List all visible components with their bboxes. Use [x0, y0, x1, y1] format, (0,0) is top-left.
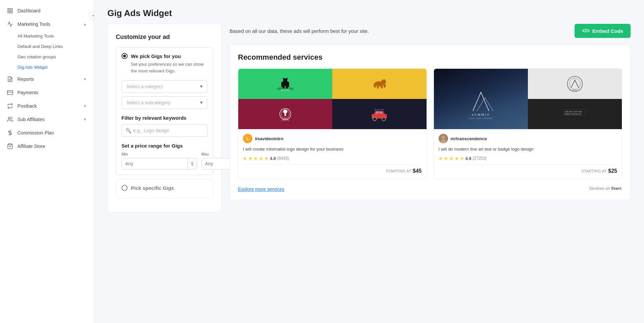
service-info-1: L lisavideointro I will create minimalis…: [238, 129, 427, 179]
sidebar-item-affiliate-store[interactable]: Affiliate Store: [0, 140, 94, 153]
sidebar-item-postback[interactable]: Postback ▼: [0, 99, 94, 113]
subcategory-select-wrapper: Select a subcategory ▼: [121, 96, 207, 109]
star2-1: ★: [439, 156, 443, 161]
svg-text:CONSULTING: CONSULTING: [281, 120, 289, 121]
search-icon: 🔍: [126, 128, 131, 133]
starting-at-2: STARTING AT: [582, 169, 607, 173]
category-select[interactable]: Select a category: [121, 80, 207, 93]
keyword-input-wrap: 🔍: [121, 124, 207, 137]
sidebar-item-all-marketing-tools[interactable]: All Marketing Tools: [0, 31, 94, 41]
service-img-car: BLUE TUB: [332, 99, 426, 129]
option-pick-specific-label: Pick specific Gigs: [131, 185, 174, 191]
sidebar-item-payments[interactable]: Payments: [0, 86, 94, 99]
sidebar-label-postback: Postback: [17, 103, 37, 109]
sidebar-nav: Dashboard Marketing Tools ▲ All Marketin…: [0, 0, 94, 157]
chevron-postback-icon: ▼: [83, 104, 87, 108]
svg-rect-6: [7, 91, 13, 95]
service-info-2: mrtranscendence I will do modern line ar…: [434, 129, 622, 179]
main-content: Gig Ads Widget Customize your ad We pick…: [94, 0, 644, 323]
star-3: ★: [254, 156, 258, 161]
sidebar-item-reports[interactable]: Reports ▼: [0, 72, 94, 86]
keywords-group: Filter by relevant keywords 🔍: [121, 115, 207, 137]
price-range-label: Set a price range for Gigs: [121, 143, 207, 149]
rating-count-1: (8433): [277, 156, 289, 161]
subcategory-select[interactable]: Select a subcategory: [121, 96, 207, 109]
svg-text:YOUR OWN JOURNEY: YOUR OWN JOURNEY: [468, 117, 493, 119]
svg-point-54: [441, 139, 446, 143]
rating-row-2: ★ ★ ★ ★ ★ 4.9 (27253): [439, 156, 617, 161]
svg-point-22: [281, 89, 283, 91]
service-desc-2: I will do modern line art text or badge …: [439, 146, 617, 153]
service-card-1[interactable]: TRUE FRIEND: [238, 68, 427, 179]
option-pick-specific[interactable]: Pick specific Gigs: [116, 179, 213, 199]
commission-icon: [7, 129, 13, 136]
svg-point-34: [283, 110, 287, 114]
svg-rect-0: [8, 8, 9, 10]
service-img-travelwithus: [332, 69, 426, 99]
fiverr-footer: Services on fiverr.: [589, 186, 622, 191]
sidebar-label-commission-plan: Commission Plan: [17, 130, 54, 136]
sidebar-label-marketing-tools: Marketing Tools: [17, 21, 50, 27]
svg-point-40: [382, 117, 386, 121]
sidebar-item-dashboard[interactable]: Dashboard: [0, 4, 94, 17]
marketing-icon: [7, 21, 13, 28]
explore-more-link[interactable]: Explore more services: [238, 186, 285, 192]
svg-rect-21: [282, 90, 289, 91]
svg-point-39: [373, 117, 377, 121]
sidebar-item-marketing-tools[interactable]: Marketing Tools ▲: [0, 17, 94, 31]
min-input-wrap: $: [121, 158, 197, 169]
star2-3: ★: [449, 156, 453, 161]
option-we-pick-label: We pick Gigs for you: [131, 53, 181, 59]
svg-rect-41: [376, 112, 379, 114]
star-2: ★: [248, 156, 252, 161]
sidebar-item-commission-plan[interactable]: Commission Plan: [0, 126, 94, 140]
svg-text:BLUE TUB: BLUE TUB: [375, 109, 384, 111]
svg-point-23: [288, 89, 290, 91]
star-5: ★: [264, 156, 268, 161]
code-icon: </>: [582, 28, 590, 34]
keyword-input[interactable]: [121, 124, 207, 137]
svg-text:LINE ART, TEXT AND: LINE ART, TEXT AND: [565, 111, 582, 113]
option-we-pick[interactable]: We pick Gigs for you Set your preference…: [116, 47, 213, 175]
payments-icon: [7, 89, 13, 96]
chevron-sub-affiliates-icon: ▼: [83, 117, 87, 121]
seller-row-2: mrtranscendence: [439, 134, 617, 143]
svg-rect-3: [8, 11, 9, 13]
service-img-summit-dark: LINE ART, TEXT AND BADGE SPECIALIST: [528, 99, 622, 129]
service-img-summit-main: SUMMIT YOUR OWN JOURNEY: [434, 69, 528, 129]
service-images-1: TRUE FRIEND: [238, 69, 427, 129]
min-price-group: Min $: [121, 152, 197, 169]
min-price-input[interactable]: [122, 158, 187, 169]
seller-avatar-1: L: [243, 134, 252, 143]
embed-code-button[interactable]: </> Embed Code: [575, 24, 631, 38]
sidebar-item-default-deep-links[interactable]: Default and Deep Links: [0, 41, 94, 52]
content-area: Customize your ad We pick Gigs for you S…: [94, 24, 644, 323]
sidebar-label-affiliate-store: Affiliate Store: [17, 144, 45, 149]
services-widget: Recommended services TRUE FRIEND: [230, 45, 631, 200]
page-header: Gig Ads Widget: [94, 0, 644, 24]
price-val-1: $45: [413, 168, 422, 174]
svg-text:WISDOM: WISDOM: [282, 118, 289, 120]
svg-rect-1: [11, 8, 12, 10]
svg-text:BADGE SPECIALIST: BADGE SPECIALIST: [565, 113, 582, 115]
star-4: ★: [259, 156, 263, 161]
price-val-2: $25: [608, 168, 617, 174]
svg-text:SUMMIT: SUMMIT: [472, 113, 490, 116]
service-card-2[interactable]: SUMMIT YOUR OWN JOURNEY SUMM: [434, 68, 623, 179]
services-grid: TRUE FRIEND: [238, 68, 622, 179]
seller-name-1: lisavideointro: [255, 136, 284, 141]
services-title: Recommended services: [238, 53, 622, 62]
chevron-right-icon: ▼: [83, 77, 87, 81]
radio-we-pick[interactable]: [121, 53, 128, 59]
svg-point-8: [8, 117, 10, 119]
sidebar-item-geo-rotation-groups[interactable]: Geo rotation groups: [0, 52, 94, 62]
sidebar-item-sub-affiliates[interactable]: Sub Affiliates ▼: [0, 113, 94, 126]
fiverr-brand: fiverr.: [611, 186, 622, 191]
star2-2: ★: [444, 156, 448, 161]
radio-pick-specific[interactable]: [121, 185, 128, 191]
embed-code-label: Embed Code: [592, 28, 623, 34]
sidebar-label-sub-affiliates: Sub Affiliates: [17, 117, 45, 122]
sidebar-label-reports: Reports: [17, 76, 34, 82]
sidebar-item-gig-ads-widget[interactable]: Gig Ads Widget: [0, 62, 94, 72]
right-header: Based on all our data, these ads will pe…: [230, 24, 631, 38]
